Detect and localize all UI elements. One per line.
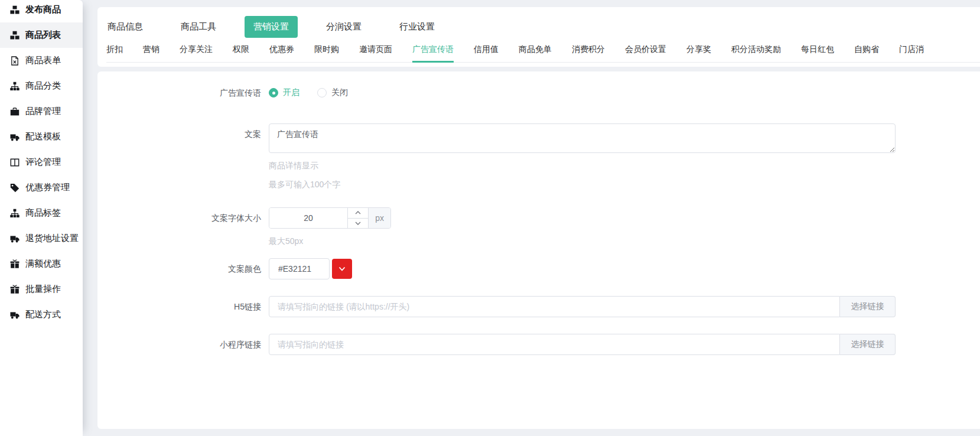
tab-ad-slogan[interactable]: 广告宣传语: [412, 40, 454, 63]
tab-invite-page[interactable]: 邀请页面: [359, 40, 392, 63]
h5-link-label: H5链接: [97, 296, 269, 317]
tab-daily-redpacket[interactable]: 每日红包: [801, 40, 834, 63]
color-field-wrap: [269, 258, 352, 279]
radio-on-dot: [269, 88, 278, 97]
mini-link-row: 小程序链接 选择链接: [97, 334, 980, 355]
sidebar-item-brand-management[interactable]: 品牌管理: [0, 99, 83, 124]
chevron-up-icon: [355, 211, 361, 214]
sidebar-item-label: 商品标签: [25, 207, 61, 219]
tab-industry-settings[interactable]: 行业设置: [398, 20, 436, 34]
tab-profit-settings[interactable]: 分润设置: [325, 20, 363, 34]
truck-icon: [10, 310, 20, 320]
sidebar-item-full-discount[interactable]: 满额优惠: [0, 251, 83, 276]
tab-member-price[interactable]: 会员价设置: [625, 40, 666, 63]
tag-icon: [10, 183, 20, 193]
ad-slogan-form: 广告宣传语 开启 关闭 文案 广告宣传语 商品详情显示 最多可输入100个字: [97, 71, 980, 429]
font-size-unit: px: [368, 208, 390, 228]
tab-share-follow[interactable]: 分享关注: [180, 40, 213, 63]
sidebar-item-return-address[interactable]: 退货地址设置: [0, 226, 83, 251]
columns-icon: [10, 158, 20, 167]
tab-discount[interactable]: 折扣: [106, 40, 123, 63]
sidebar-item-publish-product[interactable]: 发布商品: [0, 0, 83, 22]
increase-button[interactable]: [348, 208, 368, 219]
sidebar-item-delivery-template[interactable]: 配送模板: [0, 124, 83, 149]
tab-self-purchase-save[interactable]: 自购省: [854, 40, 879, 63]
tab-product-info[interactable]: 商品信息: [106, 20, 144, 34]
color-label: 文案颜色: [97, 258, 269, 279]
sidebar-item-batch-operation[interactable]: 批量操作: [0, 276, 83, 302]
copy-field-wrap: 广告宣传语 商品详情显示 最多可输入100个字: [269, 123, 896, 191]
chevron-down-icon: [355, 222, 361, 225]
color-picker-button[interactable]: [332, 259, 352, 279]
radio-off[interactable]: 关闭: [317, 87, 348, 98]
chevron-down-icon: [338, 266, 346, 272]
sidebar-item-coupon-management[interactable]: 优惠券管理: [0, 175, 83, 200]
font-size-input[interactable]: [269, 208, 347, 228]
sidebar-item-label: 配送方式: [25, 309, 61, 320]
tab-flash-sale[interactable]: 限时购: [314, 40, 339, 63]
truck-icon: [10, 132, 20, 142]
sitemap-icon: [10, 82, 20, 91]
mini-link-input[interactable]: [269, 334, 840, 355]
font-size-stepper: px: [269, 207, 391, 229]
color-row: 文案颜色: [97, 258, 980, 279]
tab-consume-points[interactable]: 消费积分: [572, 40, 605, 63]
sidebar-item-product-tag[interactable]: 商品标签: [0, 200, 83, 226]
copy-textarea[interactable]: 广告宣传语: [269, 123, 896, 153]
color-input[interactable]: [269, 258, 330, 279]
copy-label: 文案: [97, 123, 269, 191]
sidebar-item-product-category[interactable]: 商品分类: [0, 73, 83, 99]
h5-link-input[interactable]: [269, 296, 840, 317]
sidebar-item-label: 优惠券管理: [25, 182, 70, 193]
h5-link-group: 选择链接: [269, 296, 896, 317]
tab-points-activity-reward[interactable]: 积分活动奖励: [731, 40, 781, 63]
gift-icon: [10, 285, 20, 294]
tab-permission[interactable]: 权限: [233, 40, 249, 63]
sidebar-item-delivery-method[interactable]: 配送方式: [0, 302, 83, 327]
sidebar-item-label: 配送模板: [25, 131, 61, 142]
ad-slogan-radio-group: 开启 关闭: [269, 82, 366, 103]
tab-credit-value[interactable]: 信用值: [474, 40, 499, 63]
cubes-icon: [10, 31, 20, 40]
tabs-card: 商品信息 商品工具 营销设置 分润设置 行业设置 折扣 营销 分享关注 权限 优…: [97, 7, 980, 67]
ad-slogan-switch-row: 广告宣传语 开启 关闭: [97, 82, 980, 103]
file-icon: [10, 56, 20, 66]
font-size-spinner: [347, 208, 368, 228]
sitemap-icon: [10, 209, 20, 218]
decrease-button[interactable]: [348, 219, 368, 229]
tab-store-consume[interactable]: 门店消: [899, 40, 924, 63]
font-size-row: 文案字体大小 px 最大50px: [97, 207, 980, 248]
radio-off-label: 关闭: [331, 87, 348, 98]
mini-link-label: 小程序链接: [97, 334, 269, 355]
mini-link-group: 选择链接: [269, 334, 896, 355]
cubes-icon: [10, 5, 20, 15]
font-size-help: 最大50px: [269, 235, 391, 248]
sidebar-item-label: 商品表单: [25, 55, 61, 66]
tab-share-reward[interactable]: 分享奖: [686, 40, 711, 63]
sidebar-item-label: 满额优惠: [25, 258, 61, 269]
tab-free-order[interactable]: 商品免单: [519, 40, 552, 63]
radio-off-dot: [317, 88, 327, 97]
radio-on[interactable]: 开启: [269, 87, 299, 98]
sidebar-item-label: 商品列表: [25, 30, 61, 41]
mini-choose-link-button[interactable]: 选择链接: [840, 334, 896, 355]
ad-slogan-switch-label: 广告宣传语: [97, 82, 269, 103]
sidebar-item-label: 退货地址设置: [25, 233, 79, 244]
sidebar-item-label: 发布商品: [25, 4, 61, 15]
tab-product-tools[interactable]: 商品工具: [180, 20, 217, 34]
tab-coupon[interactable]: 优惠券: [269, 40, 294, 63]
sidebar-item-product-list[interactable]: 商品列表: [0, 22, 83, 48]
sidebar-item-label: 批量操作: [25, 284, 61, 295]
sidebar-item-label: 商品分类: [25, 80, 61, 92]
sidebar-item-label: 评论管理: [25, 157, 61, 168]
sidebar-item-label: 品牌管理: [25, 106, 61, 117]
sidebar-item-comment-management[interactable]: 评论管理: [0, 149, 83, 175]
tab-marketing[interactable]: 营销: [143, 40, 159, 63]
gift-icon: [10, 259, 20, 269]
copy-row: 文案 广告宣传语 商品详情显示 最多可输入100个字: [97, 123, 980, 191]
tab-marketing-settings[interactable]: 营销设置: [245, 16, 298, 38]
secondary-tabs: 折扣 营销 分享关注 权限 优惠券 限时购 邀请页面 广告宣传语 信用值 商品免…: [106, 40, 980, 63]
h5-choose-link-button[interactable]: 选择链接: [840, 296, 896, 317]
copy-help-display: 商品详情显示: [269, 160, 896, 172]
sidebar-item-product-form[interactable]: 商品表单: [0, 48, 83, 73]
